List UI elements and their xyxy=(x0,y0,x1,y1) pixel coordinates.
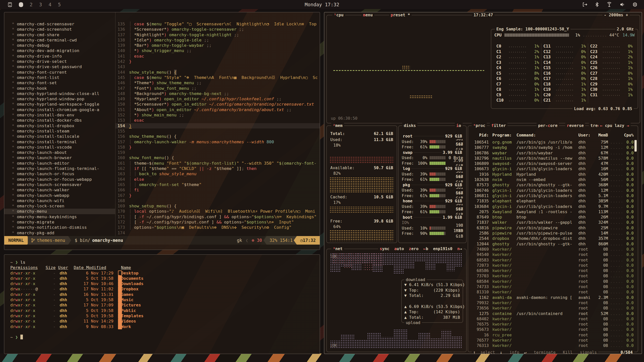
proc-cell[interactable]: 79932 xyxy=(471,300,489,305)
filter-button[interactable]: filter xyxy=(490,123,507,128)
volume-icon[interactable] xyxy=(620,2,625,7)
proc-cell[interactable]: Hyprland xyxy=(489,172,516,177)
proc-cell[interactable]: 0.0 xyxy=(622,284,634,289)
proc-cell[interactable]: ......... xyxy=(608,172,622,177)
proc-cell[interactable]: 81310 xyxy=(471,289,489,295)
proc-cell[interactable]: kworker/ xyxy=(489,263,516,268)
proc-cell[interactable]: 94540 xyxy=(471,252,489,257)
file-item[interactable]: * omarchy-font-current xyxy=(4,70,115,75)
proc-cell[interactable]: avahi-da xyxy=(489,295,516,300)
proc-cell[interactable]: 106809 xyxy=(471,161,489,166)
proc-cell[interactable]: 0.0 xyxy=(622,188,634,193)
proc-cell[interactable]: 0.0 xyxy=(622,305,634,311)
workspace-1-active[interactable] xyxy=(19,2,23,7)
proc-cell[interactable]: ......... xyxy=(608,343,622,348)
proc-cell[interactable]: 0.0 xyxy=(622,257,634,263)
file-item[interactable]: * omarchy-cmd-screenshot xyxy=(4,27,115,32)
proc-footer-keys[interactable]: ↑ select ↓ info ↵ terminate Kill signals xyxy=(472,350,598,354)
proc-cell[interactable]: /usr/bin/swaybg -i /hom xyxy=(516,145,577,150)
proc-cell[interactable]: 0.0 xyxy=(622,327,634,332)
proc-cell[interactable]: 0.0 xyxy=(622,268,634,273)
proc-cell[interactable]: 0B xyxy=(593,322,608,327)
proc-cell[interactable]: root xyxy=(577,300,593,305)
file-item[interactable]: * omarchy-install-tailscale xyxy=(4,134,115,139)
proc-cell[interactable]: dhh xyxy=(577,166,593,171)
proc-cell[interactable]: ......... xyxy=(608,241,622,247)
proc-cell[interactable]: btop xyxy=(489,214,516,220)
proc-cell[interactable]: dhh xyxy=(577,220,593,225)
proc-cell[interactable] xyxy=(516,322,577,327)
proc-cell[interactable]: glycin-i xyxy=(489,193,516,198)
proc-cell[interactable]: ......... xyxy=(608,156,622,161)
proc-cell[interactable]: root xyxy=(577,247,593,252)
proc-cell[interactable]: ......... xyxy=(608,236,622,241)
proc-cell[interactable]: dhh xyxy=(577,198,593,204)
proc-cell[interactable]: root xyxy=(577,289,593,295)
proc-cell[interactable] xyxy=(516,327,577,332)
file-item[interactable]: * omarchy-notification-dismiss xyxy=(4,225,115,230)
proc-cell[interactable]: ......... xyxy=(608,166,622,171)
menu-button[interactable]: menu xyxy=(361,12,374,18)
proc-cell[interactable]: 0.0 xyxy=(622,241,634,247)
proc-cell[interactable]: 0.0 xyxy=(622,273,634,279)
proc-cell[interactable]: dhh xyxy=(577,150,593,156)
proc-cell[interactable]: dhh xyxy=(577,172,593,177)
file-item[interactable]: * omarchy-launch-editor xyxy=(4,161,115,166)
file-item[interactable]: * omarchy-pkg-add xyxy=(4,230,115,236)
file-item[interactable]: * omarchy-install-docker-dbs xyxy=(4,118,115,123)
proc-cell[interactable]: kworker/ xyxy=(489,284,516,289)
proc-cell[interactable]: 0.0 xyxy=(622,322,634,327)
proc-cell[interactable]: ......... xyxy=(608,311,622,316)
proc-cell[interactable]: ......... xyxy=(608,300,622,305)
proc-cell[interactable]: 0.0 xyxy=(622,231,634,236)
file-item[interactable]: * omarchy-install-terminal xyxy=(4,139,115,145)
proc-cell[interactable]: ......... xyxy=(608,295,622,300)
proc-cell[interactable]: rcu_pree xyxy=(489,332,516,338)
proc-cell[interactable]: 0B xyxy=(593,247,608,252)
proc-cell[interactable] xyxy=(516,343,577,348)
proc-cell[interactable] xyxy=(516,273,577,279)
proc-cell[interactable]: 2544 xyxy=(471,236,489,241)
proc-cell[interactable]: pipewire xyxy=(489,231,516,236)
proc-cell[interactable]: 14M xyxy=(593,231,608,236)
proc-cell[interactable]: 324M xyxy=(593,220,608,225)
file-item[interactable]: * omarchy-font-set xyxy=(4,80,115,85)
proc-cell[interactable]: 12M xyxy=(593,188,608,193)
proc-cell[interactable]: 0B xyxy=(593,257,608,263)
io-tab[interactable]: io xyxy=(455,123,463,128)
proc-cell[interactable]: 0.0 xyxy=(622,311,634,316)
proc-cell[interactable]: 74869 xyxy=(471,247,489,252)
proc-cell[interactable]: 0.0 xyxy=(622,279,634,284)
file-item[interactable]: * omarchy-hook xyxy=(4,86,115,91)
proc-cell[interactable]: 0.0 xyxy=(622,204,634,209)
proc-cell[interactable] xyxy=(516,247,577,252)
proc-cell[interactable]: 68402 xyxy=(471,316,489,322)
proc-cell[interactable]: 0.0 xyxy=(622,209,634,214)
proc-cell[interactable]: 0B xyxy=(593,338,608,343)
file-item[interactable]: * omarchy-launch-or-focus-webapp xyxy=(4,177,115,182)
proc-cell[interactable]: walker xyxy=(489,220,516,225)
proc-cell[interactable]: 0B xyxy=(593,279,608,284)
proc-cell[interactable]: 68584 xyxy=(471,279,489,284)
proc-cell[interactable]: 0B xyxy=(593,327,608,332)
workspace-5[interactable]: 5 xyxy=(58,2,61,7)
file-item[interactable]: * omarchy-cmd-screensaver xyxy=(4,21,115,27)
proc-cell[interactable]: 0.0 xyxy=(622,300,634,305)
proc-cell[interactable]: root xyxy=(577,268,593,273)
proc-cell[interactable]: 0.0 xyxy=(622,140,634,145)
proc-cell[interactable]: dhh xyxy=(577,182,593,188)
proc-cell[interactable]: ......... xyxy=(608,247,622,252)
proc-cell[interactable]: 0B xyxy=(593,273,608,279)
proc-cell[interactable]: 12M xyxy=(593,145,608,150)
proc-cell[interactable]: 16M xyxy=(593,166,608,171)
file-item[interactable]: * omarchy-cmd-terminal-cwd xyxy=(4,37,115,43)
proc-cell[interactable]: ......... xyxy=(608,231,622,236)
proc-cell[interactable]: /usr/bin/nautilus --new xyxy=(516,156,577,161)
proc-cell[interactable]: 63816 xyxy=(471,225,489,231)
proc-cell[interactable]: 106673 xyxy=(471,166,489,171)
proc-cell[interactable]: 0.0 xyxy=(622,316,634,322)
proc-cell[interactable]: root xyxy=(577,311,593,316)
proc-cell[interactable]: 95673 xyxy=(471,327,489,332)
proc-cell[interactable]: 0.0 xyxy=(622,220,634,225)
proc-cell[interactable]: 25M xyxy=(593,225,608,231)
